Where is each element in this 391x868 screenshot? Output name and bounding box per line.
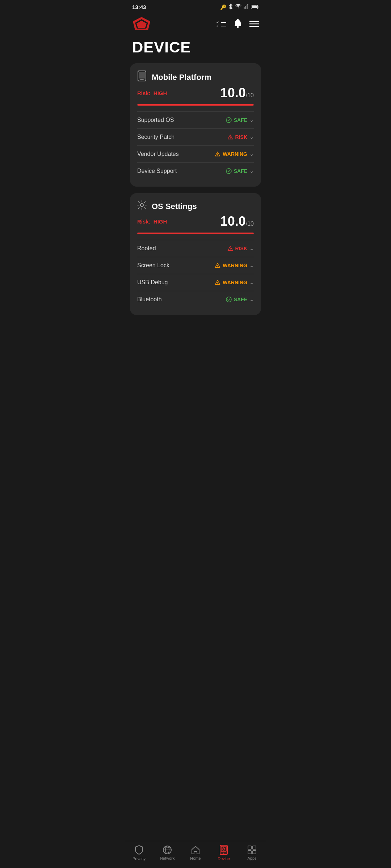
rooted-status: RISK ⌄	[227, 246, 254, 251]
risk-progress-bar	[137, 104, 254, 106]
chevron-icon: ⌄	[249, 151, 254, 157]
chevron-icon: ⌄	[249, 134, 254, 140]
chevron-icon: ⌄	[249, 280, 254, 285]
screen-lock-row[interactable]: Screen Lock WARNING ⌄	[137, 257, 254, 274]
rooted-label: Rooted	[137, 245, 156, 252]
screen-lock-label: Screen Lock	[137, 262, 169, 269]
chevron-icon: ⌄	[249, 168, 254, 174]
bluetooth-status: SAFE ⌄	[226, 297, 254, 302]
svg-point-21	[237, 26, 239, 28]
svg-point-41	[218, 284, 218, 284]
checklist-icon[interactable]: ✓ ✓	[216, 20, 226, 29]
score-display: 10.0/10	[220, 85, 254, 101]
key-icon: 🔑	[220, 4, 226, 10]
score-display-os: 10.0/10	[220, 214, 254, 229]
nav-network-label: Network	[160, 856, 175, 860]
vendor-updates-label: Vendor Updates	[137, 151, 179, 157]
svg-rect-8	[245, 6, 246, 9]
nav-privacy-label: Privacy	[133, 856, 146, 861]
usb-debug-row[interactable]: USB Debug WARNING ⌄	[137, 274, 254, 291]
svg-rect-56	[253, 851, 256, 854]
signal-icon	[244, 4, 249, 10]
device-support-row[interactable]: Device Support SAFE ⌄	[137, 162, 254, 179]
svg-point-50	[223, 853, 224, 854]
os-settings-card: OS Settings Risk: HIGH 10.0/10 Rooted	[130, 193, 261, 315]
svg-point-35	[140, 204, 143, 207]
gear-icon	[137, 200, 147, 212]
chevron-icon: ⌄	[249, 263, 254, 268]
screen-lock-status: WARNING ⌄	[215, 263, 254, 268]
svg-rect-13	[252, 5, 257, 8]
svg-point-31	[230, 138, 231, 139]
card-header-os: OS Settings	[137, 200, 254, 212]
security-patch-row[interactable]: Security Patch RISK ⌄	[137, 128, 254, 145]
chevron-icon: ⌄	[249, 117, 254, 123]
supported-os-label: Supported OS	[137, 117, 174, 123]
nav-network[interactable]: Network	[156, 845, 178, 860]
phone-icon	[137, 71, 147, 84]
svg-point-42	[226, 297, 231, 302]
bluetooth-label: Bluetooth	[137, 296, 162, 303]
nav-privacy[interactable]: Privacy	[128, 845, 150, 861]
svg-rect-7	[244, 7, 245, 9]
usb-debug-status: WARNING ⌄	[215, 280, 254, 285]
menu-icon[interactable]	[249, 21, 259, 29]
vendor-updates-status: WARNING ⌄	[215, 151, 254, 157]
vendor-updates-row[interactable]: Vendor Updates WARNING ⌄	[137, 145, 254, 162]
header-actions: ✓ ✓	[216, 19, 259, 30]
svg-rect-53	[248, 846, 251, 849]
risk-score-row-os: Risk: HIGH 10.0/10	[137, 214, 254, 229]
svg-point-39	[218, 267, 218, 267]
nav-home[interactable]: Home	[185, 845, 206, 860]
rooted-row[interactable]: Rooted RISK ⌄	[137, 240, 254, 257]
app-header: ✓ ✓	[125, 13, 266, 39]
svg-rect-28	[139, 72, 145, 78]
nav-device[interactable]: Device	[213, 845, 235, 861]
wifi-icon	[235, 4, 241, 10]
progress-fill	[137, 104, 254, 106]
card-header: Mobile Platform	[137, 71, 254, 84]
risk-label: Risk: HIGH	[137, 90, 167, 96]
risk-score-row: Risk: HIGH 10.0/10	[137, 85, 254, 101]
bluetooth-row[interactable]: Bluetooth SAFE ⌄	[137, 291, 254, 308]
nav-apps-label: Apps	[247, 856, 256, 860]
app-logo	[132, 16, 151, 33]
status-icons: 🔑	[220, 4, 259, 10]
device-support-label: Device Support	[137, 168, 177, 174]
risk-progress-bar-os	[137, 233, 254, 234]
risk-label-os: Risk: HIGH	[137, 218, 167, 225]
notification-icon[interactable]	[234, 19, 242, 30]
usb-debug-label: USB Debug	[137, 279, 168, 286]
progress-fill-os	[137, 233, 254, 234]
supported-os-row[interactable]: Supported OS SAFE ⌄	[137, 111, 254, 128]
svg-text:✓: ✓	[216, 24, 219, 28]
chevron-icon: ⌄	[249, 297, 254, 302]
svg-rect-9	[247, 5, 248, 9]
nav-home-label: Home	[190, 856, 201, 860]
nav-apps[interactable]: Apps	[241, 845, 263, 860]
device-support-status: SAFE ⌄	[226, 168, 254, 174]
svg-point-33	[218, 155, 218, 156]
security-patch-status: RISK ⌄	[227, 134, 254, 140]
battery-icon	[251, 4, 259, 10]
nav-device-label: Device	[218, 856, 230, 861]
page-title: DEVICE	[125, 39, 266, 63]
mobile-platform-card: Mobile Platform Risk: HIGH 10.0/10 Suppo…	[130, 63, 261, 187]
security-patch-label: Security Patch	[137, 134, 175, 140]
supported-os-status: SAFE ⌄	[226, 117, 254, 123]
status-bar: 13:43 🔑	[125, 0, 266, 13]
chevron-icon: ⌄	[249, 246, 254, 251]
svg-point-37	[230, 250, 231, 250]
bluetooth-status-icon	[228, 4, 233, 10]
svg-point-29	[226, 118, 231, 123]
card-title-os: OS Settings	[152, 202, 197, 211]
svg-rect-54	[253, 846, 256, 849]
card-title-mobile: Mobile Platform	[152, 73, 211, 82]
bottom-nav: Privacy Network Home Device	[125, 841, 266, 868]
svg-rect-55	[248, 851, 251, 854]
svg-point-34	[226, 169, 231, 174]
status-time: 13:43	[132, 4, 146, 10]
